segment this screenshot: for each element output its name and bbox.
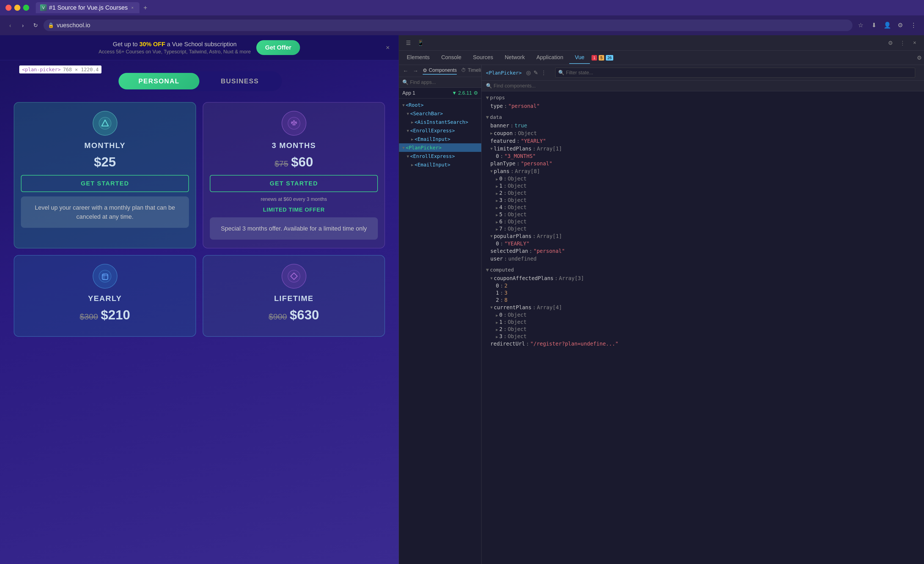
download-button[interactable]: ⬇ bbox=[869, 20, 879, 30]
component-name: <EnrollExpress> bbox=[410, 153, 455, 159]
section-label: computed bbox=[490, 267, 514, 273]
devtools-close-button[interactable]: × bbox=[910, 38, 920, 48]
find-components-input[interactable] bbox=[494, 83, 920, 89]
prop-row-currentplans[interactable]: ▼ currentPlans : Array[4] bbox=[486, 304, 920, 311]
plan-name-3months: 3 MONTHS bbox=[272, 141, 316, 150]
devtools-more-button[interactable]: ⋮ bbox=[898, 38, 908, 48]
dt-find-components-search: 🔍 bbox=[482, 81, 924, 91]
prop-row-coupon[interactable]: ▶ coupon : Object bbox=[486, 129, 920, 137]
sub-row-3: ▶3:Object bbox=[486, 196, 920, 204]
promo-sub: Access 56+ Courses on Vue, Typescript, T… bbox=[99, 49, 251, 55]
prop-row-limitedplans[interactable]: ▼ limitedPlans : Array[1] bbox=[486, 145, 920, 152]
prop-type: Array[1] bbox=[537, 146, 562, 152]
promo-post: a Vue School subscription bbox=[165, 41, 237, 48]
find-apps-input[interactable] bbox=[410, 80, 478, 85]
bookmark-button[interactable]: ☆ bbox=[856, 20, 866, 30]
diamond-icon bbox=[287, 270, 301, 283]
tab-vue[interactable]: Vue bbox=[569, 51, 590, 64]
address-bar[interactable]: 🔒 vueschool.io bbox=[44, 20, 852, 31]
prop-row-popularplans[interactable]: ▼ popularPlans : Array[1] bbox=[486, 232, 920, 240]
tab-application[interactable]: Application bbox=[531, 51, 569, 64]
extensions-button[interactable]: ⚙ bbox=[896, 20, 905, 30]
main-area: Get up to 30% OFF a Vue School subscript… bbox=[0, 35, 924, 564]
tree-item-enrollexpress1[interactable]: ▼ <EnrollExpress> bbox=[399, 126, 481, 135]
tab-console[interactable]: Console bbox=[436, 51, 466, 64]
expand-arrow: ▶ bbox=[411, 162, 413, 167]
dt-right-actions: ◎ ✎ ⋮ bbox=[526, 69, 546, 76]
new-tab-button[interactable]: + bbox=[141, 3, 150, 13]
section-props: ▼ props type : "personal" bbox=[486, 95, 920, 110]
prop-key: featured bbox=[490, 138, 516, 144]
component-name: <EmailInput> bbox=[414, 136, 450, 142]
tree-item-searchbar[interactable]: ▼ <SearchBar> bbox=[399, 109, 481, 118]
tab-personal[interactable]: PERSONAL bbox=[118, 73, 200, 89]
tab-network[interactable]: Network bbox=[499, 51, 530, 64]
tab-elements[interactable]: Elements bbox=[401, 51, 435, 64]
component-label: <plan-picker>768 × 1220.4 bbox=[19, 65, 102, 74]
prop-row-plans[interactable]: ▼ plans : Array[8] bbox=[486, 167, 920, 175]
devtools-toggle-button[interactable]: ☰ bbox=[404, 38, 413, 48]
promo-close-button[interactable]: × bbox=[383, 43, 392, 52]
prop-colon: : bbox=[504, 103, 507, 109]
tab-components[interactable]: ⚙ Components bbox=[423, 68, 457, 75]
minimize-window-button[interactable] bbox=[14, 5, 20, 11]
more-button[interactable]: ⋮ bbox=[909, 20, 918, 30]
more-actions-button[interactable]: ⋮ bbox=[541, 69, 546, 76]
tree-item-aisinstantsearch[interactable]: ▶ <AisInstantSearch> bbox=[399, 118, 481, 126]
sub-row-5: ▶5:Object bbox=[486, 211, 920, 218]
maximize-window-button[interactable] bbox=[23, 5, 29, 11]
prop-key: user bbox=[490, 256, 503, 262]
get-started-monthly-button[interactable]: GET STARTED bbox=[21, 175, 189, 192]
refresh-button[interactable]: ↻ bbox=[31, 21, 40, 30]
expand-arrow: ▶ bbox=[411, 137, 413, 141]
open-in-editor-button[interactable]: ✎ bbox=[534, 69, 538, 76]
plan-picker: PERSONAL BUSINESS MONTHLY $25 bbox=[0, 60, 399, 564]
tree-item-enrollexpress2[interactable]: ▼ <EnrollExpress> bbox=[399, 152, 481, 160]
tree-item-emailinput2[interactable]: ▶ <EmailInput> bbox=[399, 160, 481, 169]
tree-item-root[interactable]: ▼ <Root> bbox=[399, 101, 481, 109]
price-original-3months: $75 bbox=[274, 159, 288, 168]
scroll-to-component-button[interactable]: ◎ bbox=[526, 69, 531, 76]
devtools-body: ← → ⚙ Components ⏱ Timeline ↺ bbox=[399, 65, 924, 564]
prop-val: "personal" bbox=[521, 160, 552, 167]
sub-row-0: ▶0:Object bbox=[486, 175, 920, 182]
tree-item-emailinput1[interactable]: ▶ <EmailInput> bbox=[399, 135, 481, 143]
dt-nav-back[interactable]: ← bbox=[403, 67, 408, 75]
badge-yellow: 5 bbox=[598, 55, 604, 60]
tab-close-button[interactable]: × bbox=[130, 5, 135, 10]
tab-timeline[interactable]: ⏱ Timeline bbox=[461, 68, 482, 74]
expand-arrow: ▼ bbox=[490, 234, 492, 238]
profile-button[interactable]: 👤 bbox=[882, 20, 892, 30]
prop-val: undefined bbox=[508, 256, 537, 262]
limited-offer-label: LIMITED TIME OFFER bbox=[263, 207, 325, 213]
svg-point-2 bbox=[288, 117, 300, 129]
tab-favicon: V bbox=[40, 5, 47, 11]
vue-settings-icon[interactable]: ⚙ bbox=[474, 90, 478, 96]
prop-val: "personal" bbox=[508, 103, 540, 109]
back-button[interactable]: ‹ bbox=[6, 21, 15, 30]
tab-business[interactable]: BUSINESS bbox=[200, 73, 280, 89]
section-arrow: ▼ bbox=[486, 95, 489, 101]
plan-description-monthly: Level up your career with a monthly plan… bbox=[21, 196, 189, 228]
prop-type: Array[3] bbox=[559, 275, 584, 281]
tree-item-planpicker[interactable]: ▼ <PlanPicker> bbox=[399, 143, 481, 152]
dt-tree-search: 🔍 bbox=[399, 77, 481, 88]
close-window-button[interactable] bbox=[6, 5, 12, 11]
devtools-gear-button[interactable]: ⚙ bbox=[917, 54, 922, 61]
devtools-device-button[interactable]: 📱 bbox=[416, 38, 425, 48]
component-tag: <plan-picker> bbox=[22, 66, 61, 72]
filter-state-input[interactable] bbox=[566, 70, 912, 76]
prop-key: selectedPlan bbox=[490, 248, 528, 254]
get-offer-button[interactable]: Get Offer bbox=[256, 40, 300, 55]
get-started-3months-button[interactable]: GET STARTED bbox=[210, 175, 378, 192]
browser-tab[interactable]: V #1 Source for Vue.js Courses × bbox=[36, 2, 140, 13]
tab-sources[interactable]: Sources bbox=[468, 51, 499, 64]
expand-arrow: ▼ bbox=[402, 146, 405, 150]
prop-row-couponaffectedplans[interactable]: ▼ couponAffectedPlans : Array[3] bbox=[486, 274, 920, 282]
section-label: data bbox=[490, 114, 502, 120]
dt-nav-forward[interactable]: → bbox=[413, 67, 418, 75]
devtools-settings-button[interactable]: ⚙ bbox=[885, 38, 896, 48]
plan-icon-3months bbox=[282, 111, 306, 135]
price-current-monthly: $25 bbox=[94, 154, 116, 170]
forward-button[interactable]: › bbox=[18, 21, 27, 30]
